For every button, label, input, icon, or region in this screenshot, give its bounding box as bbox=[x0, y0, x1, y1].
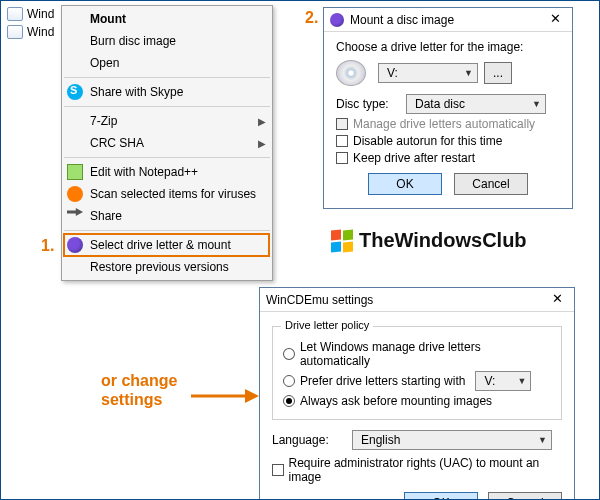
ctx-mount[interactable]: Mount bbox=[62, 8, 272, 30]
mount-titlebar: Mount a disc image ✕ bbox=[324, 8, 572, 32]
antivirus-icon bbox=[67, 186, 83, 202]
language-label: Language: bbox=[272, 433, 352, 447]
ctx-scan[interactable]: Scan selected items for viruses bbox=[62, 183, 272, 205]
notepadpp-icon bbox=[67, 164, 83, 180]
ok-button[interactable]: OK bbox=[368, 173, 442, 195]
radio-prefer[interactable] bbox=[283, 375, 295, 387]
checkbox-disable-autorun[interactable] bbox=[336, 135, 348, 147]
opt-manage-label: Manage drive letters automatically bbox=[353, 117, 535, 131]
disc-icon bbox=[330, 13, 344, 27]
thewindowsclub-logo: TheWindowsClub bbox=[331, 229, 527, 252]
close-icon[interactable]: ✕ bbox=[542, 11, 568, 29]
disc-type-label: Disc type: bbox=[336, 97, 406, 111]
ctx-7zip[interactable]: 7-Zip▶ bbox=[62, 110, 272, 132]
disc-type-select[interactable]: Data disc▼ bbox=[406, 94, 546, 114]
separator bbox=[64, 106, 270, 107]
checkbox-keep-drive[interactable] bbox=[336, 152, 348, 164]
opt-keep-label: Keep drive after restart bbox=[353, 151, 475, 165]
drive-letter-policy-group: Drive letter policy Let Windows manage d… bbox=[272, 326, 562, 420]
svg-marker-1 bbox=[245, 389, 259, 403]
windows-flag-icon bbox=[331, 230, 353, 252]
ctx-crc[interactable]: CRC SHA▶ bbox=[62, 132, 272, 154]
separator bbox=[64, 157, 270, 158]
group-legend: Drive letter policy bbox=[281, 319, 373, 331]
checkbox-uac[interactable] bbox=[272, 464, 284, 476]
chevron-down-icon: ▼ bbox=[464, 68, 473, 78]
ok-button[interactable]: OK bbox=[404, 492, 478, 500]
cancel-button[interactable]: Cancel bbox=[454, 173, 528, 195]
opt-auto-label: Let Windows manage drive letters automat… bbox=[300, 340, 551, 368]
ctx-restore-prev[interactable]: Restore previous versions bbox=[62, 256, 272, 278]
chevron-down-icon: ▼ bbox=[538, 435, 547, 445]
file-name: Wind bbox=[27, 25, 54, 39]
prefer-letter-select[interactable]: V:▼ bbox=[475, 371, 531, 391]
checkbox-manage[interactable] bbox=[336, 118, 348, 130]
settings-titlebar: WinCDEmu settings ✕ bbox=[260, 288, 574, 312]
share-icon bbox=[67, 208, 83, 224]
choose-label: Choose a drive letter for the image: bbox=[336, 40, 560, 54]
ctx-skype[interactable]: Share with Skype bbox=[62, 81, 272, 103]
language-select[interactable]: English▼ bbox=[352, 430, 552, 450]
iso-file-icon bbox=[7, 25, 23, 39]
chevron-down-icon: ▼ bbox=[532, 99, 541, 109]
radio-ask[interactable] bbox=[283, 395, 295, 407]
mount-dialog: Mount a disc image ✕ Choose a drive lett… bbox=[323, 7, 573, 209]
ctx-share[interactable]: Share bbox=[62, 205, 272, 227]
radio-auto[interactable] bbox=[283, 348, 295, 360]
context-menu: Mount Burn disc image Open Share with Sk… bbox=[61, 5, 273, 281]
annotation-2: 2. bbox=[305, 9, 318, 27]
annotation-change-settings: or change settings bbox=[101, 371, 177, 409]
opt-ask-label: Always ask before mounting images bbox=[300, 394, 492, 408]
annotation-1: 1. bbox=[41, 237, 54, 255]
ctx-notepadpp[interactable]: Edit with Notepad++ bbox=[62, 161, 272, 183]
chevron-right-icon: ▶ bbox=[258, 116, 266, 127]
opt-disable-label: Disable autorun for this time bbox=[353, 134, 502, 148]
file-name: Wind bbox=[27, 7, 54, 21]
opt-uac-label: Require administrator rights (UAC) to mo… bbox=[289, 456, 562, 484]
drive-letter-select[interactable]: V:▼ bbox=[378, 63, 478, 83]
ctx-burn[interactable]: Burn disc image bbox=[62, 30, 272, 52]
settings-dialog: WinCDEmu settings ✕ Drive letter policy … bbox=[259, 287, 575, 500]
ctx-open[interactable]: Open bbox=[62, 52, 272, 74]
iso-file-icon bbox=[7, 7, 23, 21]
close-icon[interactable]: ✕ bbox=[544, 291, 570, 309]
file-row-2[interactable]: Wind bbox=[7, 25, 54, 39]
separator bbox=[64, 77, 270, 78]
logo-text: TheWindowsClub bbox=[359, 229, 527, 252]
settings-title: WinCDEmu settings bbox=[266, 293, 544, 307]
separator bbox=[64, 230, 270, 231]
more-button[interactable]: ... bbox=[484, 62, 512, 84]
arrow-icon bbox=[191, 386, 261, 406]
chevron-right-icon: ▶ bbox=[258, 138, 266, 149]
opt-prefer-label: Prefer drive letters starting with bbox=[300, 374, 465, 388]
chevron-down-icon: ▼ bbox=[517, 376, 526, 386]
file-row-1[interactable]: Wind bbox=[7, 7, 54, 21]
disc-icon bbox=[67, 237, 83, 253]
mount-title: Mount a disc image bbox=[350, 13, 542, 27]
cancel-button[interactable]: Cancel bbox=[488, 492, 562, 500]
ctx-select-drive-mount[interactable]: Select drive letter & mount bbox=[62, 234, 272, 256]
disc-image-icon bbox=[336, 60, 366, 86]
skype-icon bbox=[67, 84, 83, 100]
